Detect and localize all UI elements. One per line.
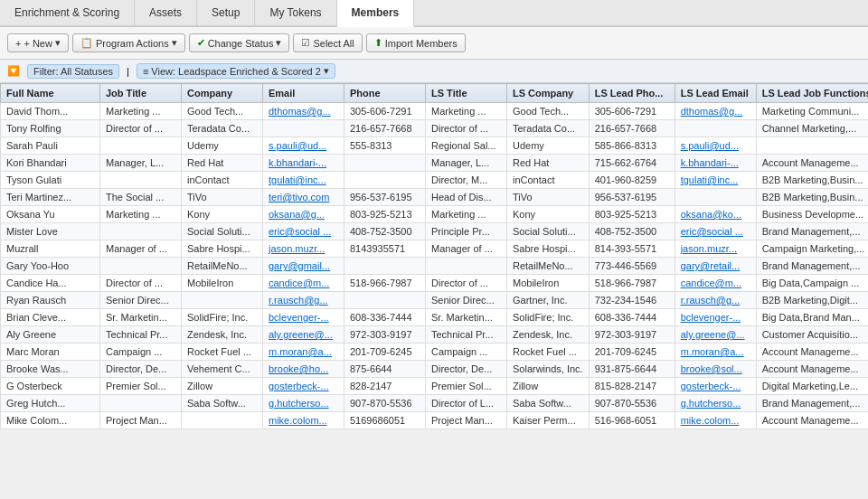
table-cell[interactable]: bclevenger-... [675, 309, 756, 326]
table-cell: Teradata Co... [507, 120, 590, 137]
table-cell [344, 172, 426, 189]
table-cell[interactable]: g.hutcherso... [263, 395, 344, 412]
table-cell[interactable]: mike.colom... [675, 412, 756, 429]
table-cell: Brand Management,... [756, 258, 868, 275]
table-cell: Social Soluti... [182, 223, 263, 240]
table-cell[interactable]: tgulati@inc... [263, 172, 344, 189]
table-cell[interactable]: m.moran@a... [675, 344, 756, 361]
table-cell[interactable]: k.bhandari-... [263, 155, 344, 172]
table-cell[interactable]: k.bhandari-... [675, 155, 756, 172]
tab-assets[interactable]: Assets [135, 0, 197, 25]
table-cell[interactable]: oksana@g... [263, 206, 344, 223]
tab-my-tokens[interactable]: My Tokens [255, 0, 336, 25]
table-cell [100, 137, 182, 155]
table-cell [182, 292, 263, 309]
table-cell[interactable]: brooke@ho... [263, 361, 344, 378]
table-cell: Sarah Pauli [1, 137, 100, 155]
import-members-label: Import Members [385, 38, 458, 49]
table-cell[interactable]: eric@social ... [263, 223, 344, 240]
table-cell: Director, De... [426, 361, 507, 378]
table-cell[interactable] [675, 189, 756, 206]
table-cell: Rocket Fuel ... [182, 344, 263, 361]
table-cell: Brand Management,... [756, 223, 868, 240]
table-cell[interactable]: tgulati@inc... [675, 172, 756, 189]
import-members-button[interactable]: ⬆ Import Members [366, 33, 466, 52]
col-phone[interactable]: Phone [344, 84, 426, 103]
table-row: Gary Yoo-HooRetailMeNo...gary@gmail...Re… [1, 258, 869, 275]
table-cell[interactable]: gary@retail... [675, 258, 756, 275]
table-cell: Gary Yoo-Hoo [1, 258, 100, 275]
table-cell: 201-709-6245 [589, 344, 675, 361]
table-cell[interactable]: candice@m... [675, 275, 756, 292]
program-actions-dropdown-icon: ▾ [172, 37, 177, 49]
table-cell[interactable]: g.hutcherso... [675, 395, 756, 412]
table-cell[interactable]: candice@m... [263, 275, 344, 292]
table-cell[interactable]: eric@social ... [675, 223, 756, 240]
col-job-title[interactable]: Job Title [100, 84, 182, 103]
table-cell: Customer Acquisitio... [756, 326, 868, 344]
table-row: Greg Hutch...Saba Softw...g.hutcherso...… [1, 395, 869, 412]
table-cell[interactable]: oksana@ko... [675, 206, 756, 223]
table-cell[interactable]: dthomas@g... [675, 103, 756, 120]
table-cell[interactable]: bclevenger-... [263, 309, 344, 326]
table-cell: RetailMeNo... [507, 258, 590, 275]
table-cell: Digital Marketing,Le... [756, 378, 868, 395]
tab-members[interactable]: Members [337, 0, 415, 27]
new-button[interactable]: + + New ▾ [7, 33, 69, 52]
table-cell[interactable]: jason.muzr... [263, 240, 344, 258]
view-enriched-scored[interactable]: ≡ View: Leadspace Enriched & Scored 2 ▾ [137, 63, 335, 79]
filter-icon: 🔽 [7, 65, 20, 77]
filter-all-statuses[interactable]: Filter: All Statuses [27, 64, 119, 79]
table-cell[interactable]: brooke@sol... [675, 361, 756, 378]
table-cell[interactable]: gosterbeck-... [263, 378, 344, 395]
table-cell: Zendesk, Inc. [507, 326, 590, 344]
col-ls-lead-job-functions[interactable]: LS Lead Job Functions [756, 84, 868, 103]
table-cell[interactable]: jason.muzr... [675, 240, 756, 258]
col-full-name[interactable]: Full Name [1, 84, 100, 103]
col-email[interactable]: Email [263, 84, 344, 103]
table-cell: Mike Colom... [1, 412, 100, 429]
table-cell[interactable]: m.moran@a... [263, 344, 344, 361]
table-cell[interactable]: r.rausch@g... [675, 292, 756, 309]
table-row: Kori BhandariManager, L...Red Hatk.bhand… [1, 155, 869, 172]
table-cell: Kaiser Perm... [507, 412, 590, 429]
table-cell[interactable]: s.pauli@ud... [263, 137, 344, 155]
view-icon: ≡ [143, 66, 148, 77]
table-cell[interactable]: gosterbeck-... [675, 378, 756, 395]
table-cell: B2B Marketing,Digit... [756, 292, 868, 309]
tab-setup[interactable]: Setup [197, 0, 255, 25]
table-cell: 518-966-7987 [344, 275, 426, 292]
table-cell[interactable]: s.pauli@ud... [675, 137, 756, 155]
select-all-button[interactable]: ☑ Select All [293, 33, 362, 52]
table-cell: Brian Cleve... [1, 309, 100, 326]
col-ls-lead-email[interactable]: LS Lead Email [675, 84, 756, 103]
table-cell[interactable]: gary@gmail... [263, 258, 344, 275]
new-label: + New [24, 38, 52, 49]
table-cell[interactable]: mike.colom... [263, 412, 344, 429]
program-actions-button[interactable]: 📋 Program Actions ▾ [72, 33, 185, 52]
table-cell: Rocket Fuel ... [507, 344, 590, 361]
table-cell: The Social ... [100, 189, 182, 206]
table-cell[interactable]: dthomas@g... [263, 103, 344, 120]
table-cell: Sabre Hospi... [182, 240, 263, 258]
table-cell[interactable]: aly.greene@... [675, 326, 756, 344]
table-cell: Project Man... [100, 412, 182, 429]
col-company[interactable]: Company [182, 84, 263, 103]
filter-separator: | [127, 66, 129, 77]
table-cell[interactable]: teri@tivo.com [263, 189, 344, 206]
table-cell[interactable]: r.rausch@g... [263, 292, 344, 309]
table-cell[interactable]: aly.greene@... [263, 326, 344, 344]
table-cell: 715-662-6764 [589, 155, 675, 172]
col-ls-lead-phone[interactable]: LS Lead Pho... [589, 84, 675, 103]
tab-enrichment-scoring[interactable]: Enrichment & Scoring [0, 0, 135, 25]
change-status-button[interactable]: ✔ Change Status ▾ [189, 33, 290, 52]
table-cell: Teradata Co... [182, 120, 263, 137]
table-cell: Udemy [182, 137, 263, 155]
table-cell[interactable] [675, 120, 756, 137]
table-row: Ryan RauschSenior Direc...r.rausch@g...S… [1, 292, 869, 309]
table-cell: Teri Martinez... [1, 189, 100, 206]
table-cell[interactable] [263, 120, 344, 137]
select-all-icon: ☑ [301, 37, 310, 49]
col-ls-title[interactable]: LS Title [426, 84, 507, 103]
col-ls-company[interactable]: LS Company [507, 84, 590, 103]
